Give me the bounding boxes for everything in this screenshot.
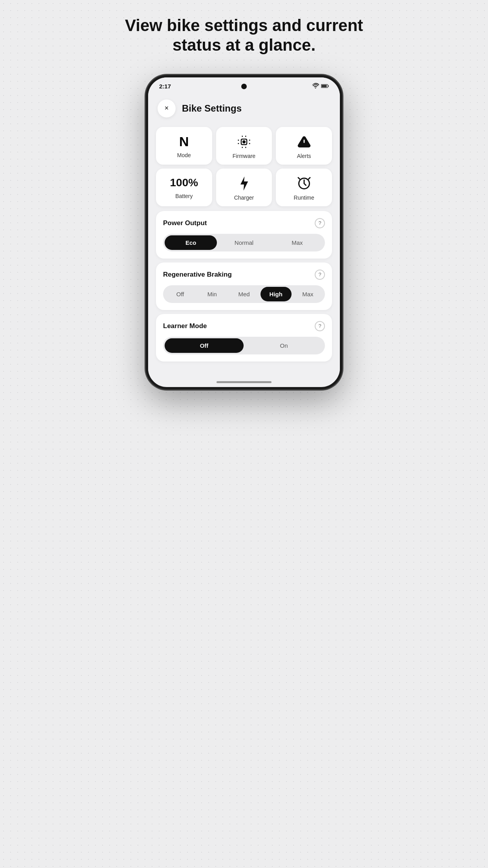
runtime-label: Runtime: [294, 195, 314, 201]
charger-label: Charger: [234, 195, 254, 201]
regen-option-high[interactable]: High: [261, 287, 292, 301]
svg-rect-1: [321, 85, 327, 87]
alerts-label: Alerts: [297, 153, 311, 159]
close-icon: ×: [165, 104, 169, 112]
regen-braking-segmented: Off Min Med High Max: [163, 285, 325, 303]
battery-icon: [321, 83, 329, 90]
charger-card[interactable]: Charger: [216, 169, 272, 206]
settings-title: Bike Settings: [182, 103, 242, 114]
camera-notch: [241, 84, 247, 89]
alerts-icon: [297, 135, 311, 149]
learner-mode-title: Learner Mode: [163, 322, 207, 330]
status-icons: [312, 83, 329, 90]
charger-icon: [237, 176, 251, 191]
screen: × Bike Settings N Mode Firmware: [148, 93, 340, 375]
learner-mode-segmented: Off On: [163, 337, 325, 354]
svg-rect-2: [328, 85, 329, 87]
regen-braking-header: Regenerative Braking ?: [163, 270, 325, 280]
power-option-max[interactable]: Max: [271, 235, 323, 250]
learner-option-off[interactable]: Off: [165, 338, 244, 353]
learner-mode-help[interactable]: ?: [315, 321, 325, 331]
regen-braking-title: Regenerative Braking: [163, 271, 232, 279]
firmware-icon: [237, 135, 251, 149]
power-output-header: Power Output ?: [163, 218, 325, 228]
runtime-card[interactable]: Runtime: [276, 169, 332, 206]
alerts-card[interactable]: Alerts: [276, 127, 332, 165]
battery-card[interactable]: 100% Battery: [156, 169, 212, 206]
learner-option-on[interactable]: On: [244, 338, 323, 353]
regen-option-off[interactable]: Off: [165, 287, 196, 301]
firmware-label: Firmware: [233, 153, 255, 159]
power-output-section: Power Output ? Eco Normal Max: [156, 211, 332, 259]
power-output-segmented: Eco Normal Max: [163, 234, 325, 251]
svg-point-6: [303, 144, 305, 145]
svg-point-4: [243, 141, 245, 143]
home-indicator: [216, 381, 272, 383]
regen-braking-section: Regenerative Braking ? Off Min Med High …: [156, 262, 332, 310]
phone-shell: 2:17 × Bike Se: [146, 75, 342, 389]
status-time: 2:17: [159, 83, 171, 90]
mode-label: Mode: [177, 152, 191, 158]
regen-braking-help[interactable]: ?: [315, 270, 325, 280]
power-option-normal[interactable]: Normal: [218, 235, 270, 250]
power-output-title: Power Output: [163, 219, 207, 227]
mode-icon: N: [179, 135, 189, 148]
battery-label: Battery: [175, 193, 193, 199]
page-title: View bike settings and current status at…: [122, 16, 366, 55]
regen-option-min[interactable]: Min: [196, 287, 227, 301]
battery-value: 100%: [170, 176, 198, 189]
wifi-icon: [312, 83, 319, 90]
mode-card[interactable]: N Mode: [156, 127, 212, 165]
learner-mode-header: Learner Mode ?: [163, 321, 325, 331]
regen-option-max[interactable]: Max: [292, 287, 323, 301]
status-bar: 2:17: [148, 77, 340, 93]
learner-mode-section: Learner Mode ? Off On: [156, 314, 332, 362]
regen-option-med[interactable]: Med: [228, 287, 259, 301]
close-button[interactable]: ×: [158, 99, 176, 117]
power-output-help[interactable]: ?: [315, 218, 325, 228]
header: × Bike Settings: [156, 99, 332, 117]
power-option-eco[interactable]: Eco: [165, 235, 217, 250]
firmware-card[interactable]: Firmware: [216, 127, 272, 165]
cards-grid: N Mode Firmware: [156, 127, 332, 206]
runtime-icon: [297, 176, 311, 191]
